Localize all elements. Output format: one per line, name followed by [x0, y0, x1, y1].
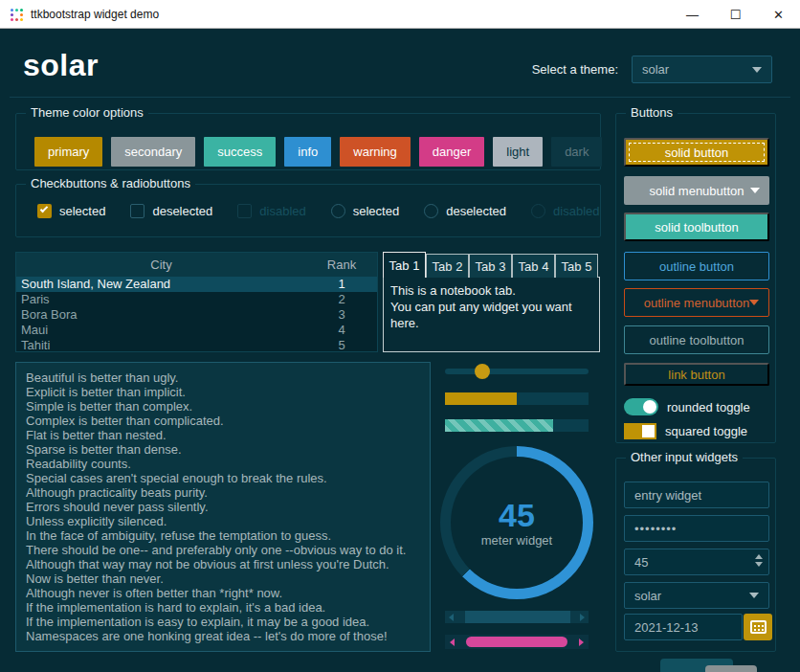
- squared-toggle-row: squared toggle: [624, 422, 747, 439]
- scrollbar-thumb[interactable]: [465, 611, 570, 623]
- combobox-value: solar: [634, 589, 661, 603]
- rounded-toggle-row: rounded toggle: [624, 398, 750, 415]
- column-header-city[interactable]: City: [16, 258, 306, 272]
- checkbuttons-frame-label: Checkbuttons & radiobuttons: [26, 176, 195, 190]
- cell-rank: 1: [306, 277, 377, 292]
- checkbox-disabled: disabled: [237, 204, 305, 218]
- scroll-left-icon[interactable]: [449, 614, 454, 621]
- table-row[interactable]: South Island, New Zealand 1: [16, 277, 377, 292]
- app-window: ttkbootstrap widget demo — ☐ ✕ solar Sel…: [0, 0, 800, 672]
- spinbox[interactable]: [624, 549, 769, 575]
- toggle-knob: [643, 400, 656, 414]
- window-controls: — ☐ ✕: [671, 0, 800, 29]
- secondary-button[interactable]: secondary: [111, 137, 195, 167]
- spin-down-icon[interactable]: [755, 562, 763, 567]
- column-header-rank[interactable]: Rank: [306, 258, 377, 272]
- theme-color-buttons-row: primary secondary success info warning d…: [34, 137, 602, 167]
- meter-value: 45: [499, 499, 535, 531]
- primary-button[interactable]: primary: [34, 137, 102, 167]
- spin-up-icon[interactable]: [755, 554, 763, 559]
- radio-icon[interactable]: [331, 204, 345, 218]
- tab-3[interactable]: Tab 3: [469, 254, 512, 278]
- slider-track[interactable]: [445, 369, 589, 374]
- tab-1[interactable]: Tab 1: [383, 252, 426, 278]
- solid-button[interactable]: solid button: [624, 138, 769, 167]
- rounded-toggle-switch[interactable]: [624, 398, 658, 415]
- radio-deselected[interactable]: deselected: [424, 204, 506, 218]
- page-title: solar: [23, 48, 99, 83]
- minimize-button[interactable]: —: [671, 0, 714, 29]
- theme-color-options-label: Theme color options: [26, 105, 148, 120]
- radio-disabled: disabled: [531, 204, 599, 218]
- spinbox-input[interactable]: [624, 549, 769, 575]
- close-button[interactable]: ✕: [757, 0, 800, 29]
- meter-widget[interactable]: 45 meter widget: [440, 446, 593, 599]
- notebook-tab-bar: Tab 1 Tab 2 Tab 3 Tab 4 Tab 5: [383, 252, 600, 278]
- chevron-down-icon[interactable]: [749, 593, 759, 598]
- danger-button[interactable]: danger: [419, 137, 484, 167]
- checkbox-unchecked-icon[interactable]: [130, 204, 144, 218]
- outline-menubutton[interactable]: outline menubutton: [624, 288, 769, 317]
- calendar-button[interactable]: [744, 614, 772, 640]
- date-input[interactable]: [624, 614, 743, 640]
- spinbox-arrows: [755, 554, 763, 567]
- progressbar-solid: [445, 392, 589, 405]
- tab-5[interactable]: Tab 5: [555, 254, 598, 278]
- table-row[interactable]: Maui 4: [16, 323, 377, 338]
- solid-menubutton[interactable]: solid menubutton: [624, 176, 769, 205]
- combobox[interactable]: solar: [624, 582, 769, 609]
- squared-toggle-switch[interactable]: [624, 423, 656, 439]
- cell-rank: 2: [306, 292, 377, 307]
- progressbar-solid-fill: [445, 392, 517, 405]
- chevron-down-icon[interactable]: [752, 67, 762, 73]
- outline-toolbutton[interactable]: outline toolbutton: [624, 325, 769, 354]
- info-button[interactable]: info: [284, 137, 331, 167]
- calendar-icon: [750, 620, 767, 634]
- notebook: Tab 1 Tab 2 Tab 3 Tab 4 Tab 5 This is a …: [383, 252, 600, 352]
- window-titlebar: ttkbootstrap widget demo — ☐ ✕: [0, 0, 800, 29]
- maximize-button[interactable]: ☐: [714, 0, 757, 29]
- meter-inner: 45 meter widget: [451, 457, 583, 589]
- slider-handle[interactable]: [475, 364, 490, 379]
- password-input[interactable]: [624, 515, 769, 542]
- chevron-down-icon: [750, 188, 760, 193]
- cell-city: South Island, New Zealand: [16, 277, 306, 292]
- radio-disabled-label: disabled: [553, 204, 599, 218]
- scroll-left-icon[interactable]: [450, 638, 455, 646]
- checkbox-disabled-icon: [237, 204, 252, 218]
- table-row[interactable]: Bora Bora 3: [16, 307, 377, 323]
- light-button[interactable]: light: [493, 137, 543, 167]
- entry-widget-input[interactable]: [624, 482, 769, 508]
- scroll-right-icon[interactable]: [580, 614, 585, 621]
- success-button[interactable]: success: [204, 137, 276, 167]
- scroll-right-icon[interactable]: [579, 638, 584, 646]
- cell-rank: 3: [306, 307, 377, 323]
- tab-4[interactable]: Tab 4: [512, 254, 555, 278]
- notebook-content: This is a notebook tab. You can put any …: [383, 277, 600, 352]
- dark-button[interactable]: dark: [551, 137, 602, 167]
- radio-icon[interactable]: [424, 204, 438, 218]
- table-row[interactable]: Tahiti 5: [16, 338, 377, 353]
- tab-2[interactable]: Tab 2: [426, 254, 469, 278]
- checkbox-selected[interactable]: selected: [37, 204, 105, 218]
- rounded-scrollbar-thumb[interactable]: [466, 637, 567, 647]
- date-entry: [624, 614, 769, 640]
- checkbox-checked-icon[interactable]: [37, 204, 52, 218]
- theme-combobox[interactable]: solar: [632, 56, 772, 83]
- cell-rank: 4: [306, 323, 377, 338]
- radio-selected[interactable]: selected: [331, 204, 399, 218]
- outline-button[interactable]: outline button: [624, 252, 769, 280]
- link-button[interactable]: link button: [624, 363, 769, 386]
- calendar-icon-dots: [754, 625, 756, 627]
- horizontal-scrollbar[interactable]: [445, 611, 589, 623]
- rounded-scrollbar[interactable]: [445, 635, 589, 649]
- warning-button[interactable]: warning: [340, 137, 411, 167]
- solid-toolbutton[interactable]: solid toolbutton: [624, 213, 769, 241]
- other-inputs-frame: Other input widgets solar: [615, 458, 776, 652]
- checkbox-deselected[interactable]: deselected: [130, 204, 212, 218]
- table-row[interactable]: Paris 2: [16, 292, 377, 307]
- checkmark-icon: [40, 205, 48, 213]
- radio-deselected-label: deselected: [446, 204, 506, 218]
- zen-text-widget[interactable]: Beautiful is better than ugly. Explicit …: [15, 362, 431, 652]
- radio-selected-label: selected: [353, 204, 399, 218]
